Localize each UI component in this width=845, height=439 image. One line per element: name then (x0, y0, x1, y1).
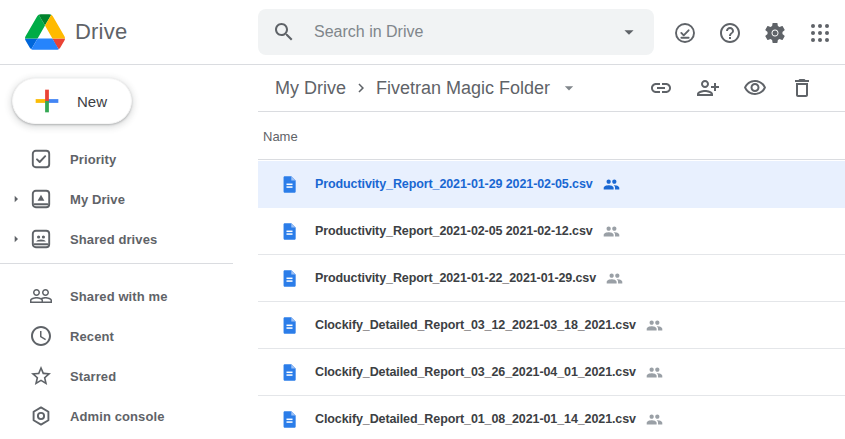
file-name: Clockify_Detailed_Report_03_26_2021-04_0… (315, 365, 636, 379)
share-person-add-icon[interactable] (696, 76, 720, 100)
shared-users-icon (646, 364, 663, 381)
shared-users-icon (606, 270, 623, 287)
sidebar-item-recent[interactable]: Recent (0, 316, 258, 356)
offline-status-icon[interactable] (673, 21, 697, 45)
name-column-label: Name (263, 129, 298, 144)
breadcrumb-my-drive[interactable]: My Drive (275, 78, 346, 99)
search-bar[interactable] (258, 9, 654, 55)
drive-logo-icon (25, 14, 65, 50)
drive-home-link[interactable]: Drive (25, 14, 127, 50)
file-name: Productivity_Report_2021-02-05 2021-02-1… (315, 224, 593, 238)
sidebar-item-label: Recent (70, 329, 114, 344)
expand-arrow-icon[interactable] (8, 191, 24, 207)
delete-trash-icon[interactable] (790, 76, 814, 100)
file-name: Productivity_Report_2021-01-29 2021-02-0… (315, 177, 593, 191)
file-row[interactable]: Clockify_Detailed_Report_03_26_2021-04_0… (258, 349, 845, 396)
app-title: Drive (75, 19, 127, 45)
file-row[interactable]: Productivity_Report_2021-01-22_2021-01-2… (258, 255, 845, 302)
sidebar-item-admin-console[interactable]: Admin console (0, 396, 258, 436)
sidebar-item-label: My Drive (70, 192, 125, 207)
sidebar-item-shared-with-me[interactable]: Shared with me (0, 276, 258, 316)
file-row[interactable]: Productivity_Report_2021-02-05 2021-02-1… (258, 208, 845, 255)
shared-drives-icon (29, 227, 53, 251)
preview-eye-icon[interactable] (743, 76, 767, 100)
clock-icon (29, 324, 53, 348)
sidebar-item-label: Priority (70, 152, 116, 167)
csv-file-icon (280, 222, 299, 241)
csv-file-icon (280, 363, 299, 382)
new-button-label: New (77, 93, 107, 110)
file-list: Productivity_Report_2021-01-29 2021-02-0… (258, 161, 845, 439)
list-column-header[interactable]: Name (258, 113, 845, 160)
csv-file-icon (280, 316, 299, 335)
admin-console-icon (29, 404, 53, 428)
file-row[interactable]: Productivity_Report_2021-01-29 2021-02-0… (258, 161, 845, 208)
shared-users-icon (646, 317, 663, 334)
file-row[interactable]: Clockify_Detailed_Report_01_08_2021-01_1… (258, 396, 845, 439)
file-name: Clockify_Detailed_Report_03_12_2021-03_1… (315, 318, 636, 332)
sidebar-item-label: Shared with me (70, 289, 167, 304)
settings-icon[interactable] (763, 21, 787, 45)
file-row[interactable]: Clockify_Detailed_Report_03_12_2021-03_1… (258, 302, 845, 349)
top-app-bar: Drive (0, 0, 845, 65)
search-options-caret-icon[interactable] (618, 21, 640, 43)
priority-check-icon (29, 147, 53, 171)
get-link-icon[interactable] (649, 76, 673, 100)
new-button[interactable]: New (12, 78, 132, 124)
csv-file-icon (280, 269, 299, 288)
shared-users-icon (603, 176, 620, 193)
shared-users-icon (603, 223, 620, 240)
google-apps-grid-icon[interactable] (808, 21, 832, 45)
csv-file-icon (280, 410, 299, 429)
sidebar-item-starred[interactable]: Starred (0, 356, 258, 396)
file-name: Productivity_Report_2021-01-22_2021-01-2… (315, 271, 596, 285)
chevron-right-icon (352, 79, 370, 97)
sidebar-item-label: Starred (70, 369, 116, 384)
sidebar-item-priority[interactable]: Priority (0, 139, 258, 179)
file-name: Clockify_Detailed_Report_01_08_2021-01_1… (315, 412, 636, 426)
search-icon[interactable] (272, 20, 296, 44)
star-icon (29, 364, 53, 388)
sidebar-item-label: Admin console (70, 409, 164, 424)
sidebar-item-label: Shared drives (70, 232, 157, 247)
breadcrumb-current-folder[interactable]: Fivetran Magic Folder (376, 78, 550, 99)
shared-users-icon (646, 411, 663, 428)
new-plus-icon (30, 84, 64, 118)
expand-arrow-icon[interactable] (8, 231, 24, 247)
search-input[interactable] (312, 22, 618, 42)
people-icon (29, 284, 53, 308)
folder-menu-caret-icon[interactable] (559, 78, 579, 98)
folder-toolbar: My Drive Fivetran Magic Folder (258, 65, 845, 112)
sidebar-item-shared-drives[interactable]: Shared drives (0, 219, 258, 259)
csv-file-icon (280, 175, 299, 194)
sidebar-divider (0, 263, 233, 264)
help-icon[interactable] (718, 21, 742, 45)
sidebar-item-my-drive[interactable]: My Drive (0, 179, 258, 219)
my-drive-icon (29, 187, 53, 211)
